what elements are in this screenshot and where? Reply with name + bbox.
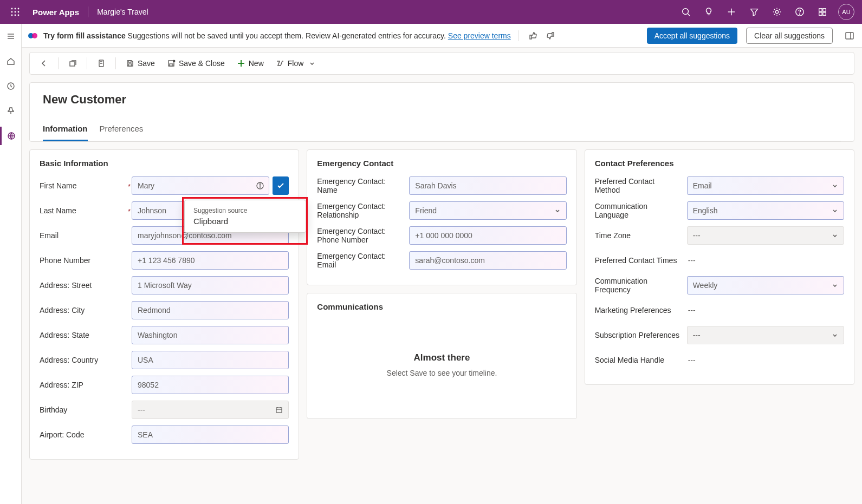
app-top-bar: Power Apps Margie's Travel AU [0, 0, 862, 24]
pref-marketing-value[interactable]: --- [687, 306, 696, 315]
back-button[interactable] [35, 56, 53, 71]
pref-marketing-label: Marketing Preferences [595, 306, 687, 315]
home-icon[interactable] [0, 52, 22, 70]
section-title: Emergency Contact [317, 159, 566, 168]
svg-point-14 [775, 10, 778, 13]
svg-rect-34 [170, 64, 173, 66]
svg-point-39 [260, 184, 261, 184]
preview-terms-link[interactable]: See preview terms [448, 31, 511, 40]
street-input[interactable]: 1 Microsoft Way [132, 276, 289, 294]
gear-icon[interactable] [766, 0, 788, 24]
section-title: Contact Preferences [595, 159, 844, 168]
svg-rect-40 [276, 408, 282, 413]
svg-point-2 [18, 8, 20, 10]
svg-point-7 [15, 15, 16, 16]
ec-rel-select[interactable]: Friend [409, 201, 566, 220]
svg-point-5 [18, 11, 20, 13]
svg-rect-17 [819, 9, 822, 11]
birthday-input[interactable]: --- [132, 401, 289, 419]
section-emergency-contact: Emergency Contact Emergency Contact: Nam… [307, 149, 576, 285]
pinned-icon[interactable] [0, 102, 22, 120]
section-title: Basic Information [40, 159, 289, 168]
chevron-down-icon [832, 282, 838, 289]
pref-freq-select[interactable]: Weekly [687, 276, 844, 294]
popover-label: Suggestion source [193, 207, 297, 214]
city-label: Address: City [40, 306, 132, 315]
tab-preferences[interactable]: Preferences [100, 120, 144, 141]
banner-text: Try form fill assistance Suggestions wil… [43, 31, 511, 40]
pref-times-label: Preferred Contact Times [595, 256, 687, 265]
ec-name-input[interactable]: Sarah Davis [409, 176, 566, 195]
pref-lang-select[interactable]: English [687, 201, 844, 220]
state-input[interactable]: Washington [132, 326, 289, 344]
chevron-down-icon [554, 207, 561, 214]
section-title: Communications [317, 302, 566, 311]
ec-name-label: Emergency Contact: Name [317, 177, 409, 194]
globe-icon[interactable] [0, 127, 22, 145]
command-bar: Save Save & Close New Flow [29, 52, 854, 75]
topbar-divider [88, 6, 88, 17]
zip-input[interactable]: 98052 [132, 376, 289, 394]
section-communications: Communications Almost there Select Save … [307, 293, 576, 419]
first-name-input[interactable]: Mary [132, 176, 269, 195]
pref-social-label: Social Media Handle [595, 356, 687, 364]
chevron-down-icon [832, 332, 838, 338]
check-access-button[interactable] [93, 56, 110, 71]
communications-empty-text: Select Save to see your timeline. [322, 369, 561, 377]
svg-rect-33 [128, 61, 131, 62]
recent-icon[interactable] [0, 77, 22, 95]
airport-input[interactable]: SEA [132, 426, 289, 444]
pref-social-value[interactable]: --- [687, 356, 696, 364]
filter-icon[interactable] [743, 0, 766, 24]
waffle-icon[interactable] [3, 0, 27, 24]
flow-button[interactable]: Flow [271, 56, 320, 71]
search-icon[interactable] [675, 0, 697, 24]
ec-email-input[interactable]: sarah@contoso.com [409, 251, 566, 270]
svg-rect-18 [823, 9, 826, 11]
svg-rect-28 [846, 32, 853, 39]
phone-input[interactable]: +1 123 456 7890 [132, 251, 289, 270]
avatar[interactable]: AU [838, 4, 854, 20]
left-rail [0, 24, 22, 504]
accept-suggestion-button[interactable] [273, 176, 289, 195]
pref-sub-select[interactable]: --- [687, 326, 844, 344]
save-button[interactable]: Save [121, 56, 159, 71]
country-label: Address: Country [40, 356, 132, 364]
city-input[interactable]: Redmond [132, 301, 289, 319]
environment-name[interactable]: Margie's Travel [92, 8, 153, 16]
save-and-close-button[interactable]: Save & Close [163, 56, 229, 71]
chevron-down-icon [832, 207, 838, 214]
tab-information[interactable]: Information [43, 120, 88, 141]
hamburger-icon[interactable] [0, 27, 22, 45]
state-label: Address: State [40, 331, 132, 339]
new-button[interactable]: New [232, 56, 268, 71]
pref-times-value[interactable]: --- [687, 256, 696, 265]
calendar-icon[interactable] [275, 406, 283, 414]
form-header-card: New Customer Information Preferences [29, 82, 854, 142]
info-icon[interactable] [256, 181, 264, 190]
thumbs-down-icon[interactable] [544, 31, 557, 40]
svg-rect-19 [819, 12, 822, 15]
clear-all-button[interactable]: Clear all suggestions [746, 28, 833, 44]
country-input[interactable]: USA [132, 351, 289, 369]
pref-freq-label: Communication Frequency [595, 277, 687, 294]
chevron-down-icon [832, 232, 838, 239]
pref-tz-label: Time Zone [595, 231, 687, 240]
ec-phone-input[interactable]: +1 000 000 0000 [409, 226, 566, 245]
side-panel-toggle-icon[interactable] [845, 31, 854, 41]
plus-icon[interactable] [720, 0, 743, 24]
chevron-down-icon [832, 182, 838, 189]
open-new-window-button[interactable] [64, 56, 81, 71]
accept-all-button[interactable]: Accept all suggestions [647, 28, 737, 44]
help-icon[interactable] [788, 0, 811, 24]
form-fill-banner: Try form fill assistance Suggestions wil… [22, 24, 862, 48]
ec-phone-label: Emergency Contact: Phone Number [317, 227, 409, 244]
lightbulb-icon[interactable] [697, 0, 720, 24]
pref-method-select[interactable]: Email [687, 176, 844, 195]
thumbs-up-icon[interactable] [527, 31, 540, 40]
app-switcher-icon[interactable] [811, 0, 834, 24]
communications-empty-title: Almost there [322, 352, 561, 363]
pref-tz-select[interactable]: --- [687, 226, 844, 245]
ec-rel-label: Emergency Contact: Relationship [317, 202, 409, 219]
page-title: New Customer [43, 93, 841, 107]
